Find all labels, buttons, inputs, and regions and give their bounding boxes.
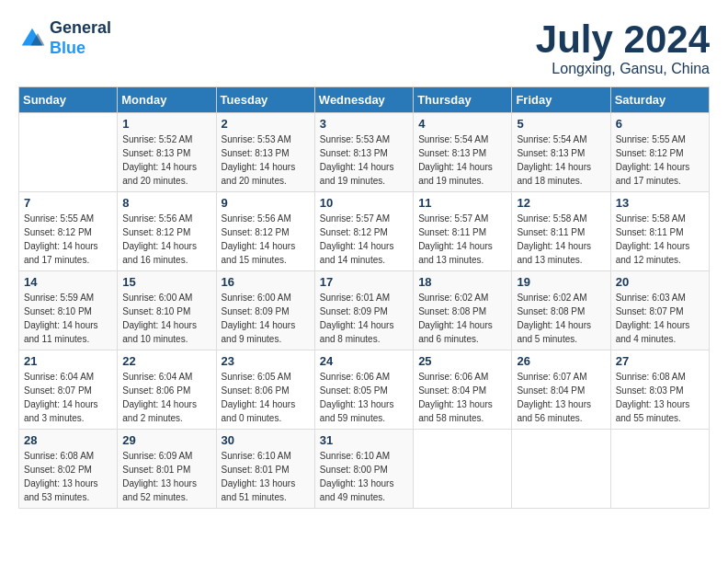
column-header-saturday: Saturday xyxy=(610,87,709,113)
logo: General Blue xyxy=(18,18,111,58)
calendar-cell: 29Sunrise: 6:09 AM Sunset: 8:01 PM Dayli… xyxy=(118,430,216,509)
calendar-cell: 7Sunrise: 5:55 AM Sunset: 8:12 PM Daylig… xyxy=(19,192,118,271)
day-number: 10 xyxy=(320,196,408,210)
day-number: 29 xyxy=(122,433,210,447)
day-number: 5 xyxy=(517,117,605,131)
logo-text: General Blue xyxy=(50,18,111,58)
calendar-week-1: 1Sunrise: 5:52 AM Sunset: 8:13 PM Daylig… xyxy=(19,113,710,192)
day-number: 26 xyxy=(517,354,605,368)
day-info: Sunrise: 6:08 AM Sunset: 8:02 PM Dayligh… xyxy=(24,449,112,504)
calendar-cell: 2Sunrise: 5:53 AM Sunset: 8:13 PM Daylig… xyxy=(216,113,314,192)
day-info: Sunrise: 6:10 AM Sunset: 8:00 PM Dayligh… xyxy=(320,449,408,504)
day-number: 15 xyxy=(122,275,210,289)
calendar-body: 1Sunrise: 5:52 AM Sunset: 8:13 PM Daylig… xyxy=(19,113,710,509)
column-header-friday: Friday xyxy=(512,87,610,113)
day-number: 3 xyxy=(320,117,408,131)
day-number: 9 xyxy=(222,196,310,210)
calendar-cell xyxy=(19,113,118,192)
calendar-week-5: 28Sunrise: 6:08 AM Sunset: 8:02 PM Dayli… xyxy=(19,430,710,509)
day-info: Sunrise: 5:58 AM Sunset: 8:11 PM Dayligh… xyxy=(517,212,605,267)
day-info: Sunrise: 5:52 AM Sunset: 8:13 PM Dayligh… xyxy=(122,132,210,188)
day-info: Sunrise: 6:05 AM Sunset: 8:06 PM Dayligh… xyxy=(222,370,310,425)
day-number: 8 xyxy=(122,196,210,210)
calendar-cell: 15Sunrise: 6:00 AM Sunset: 8:10 PM Dayli… xyxy=(118,271,216,350)
calendar-cell: 20Sunrise: 6:03 AM Sunset: 8:07 PM Dayli… xyxy=(610,271,709,350)
column-header-monday: Monday xyxy=(118,87,216,113)
day-info: Sunrise: 6:01 AM Sunset: 8:09 PM Dayligh… xyxy=(320,291,408,346)
day-number: 1 xyxy=(122,117,210,131)
calendar-cell: 31Sunrise: 6:10 AM Sunset: 8:00 PM Dayli… xyxy=(314,430,413,509)
day-info: Sunrise: 6:08 AM Sunset: 8:03 PM Dayligh… xyxy=(616,370,704,425)
day-number: 21 xyxy=(24,354,112,368)
day-info: Sunrise: 5:59 AM Sunset: 8:10 PM Dayligh… xyxy=(24,291,112,346)
calendar-cell: 25Sunrise: 6:06 AM Sunset: 8:04 PM Dayli… xyxy=(414,350,512,430)
title-block: July 2024 Longxing, Gansu, China xyxy=(536,18,710,77)
calendar-cell: 10Sunrise: 5:57 AM Sunset: 8:12 PM Dayli… xyxy=(314,192,413,271)
calendar-cell: 13Sunrise: 5:58 AM Sunset: 8:11 PM Dayli… xyxy=(610,192,709,271)
day-info: Sunrise: 5:55 AM Sunset: 8:12 PM Dayligh… xyxy=(24,212,112,267)
calendar-cell: 1Sunrise: 5:52 AM Sunset: 8:13 PM Daylig… xyxy=(118,113,216,192)
calendar-cell: 27Sunrise: 6:08 AM Sunset: 8:03 PM Dayli… xyxy=(610,350,709,430)
day-info: Sunrise: 6:04 AM Sunset: 8:07 PM Dayligh… xyxy=(24,370,112,425)
day-number: 20 xyxy=(616,275,704,289)
day-number: 18 xyxy=(418,275,506,289)
calendar-cell: 23Sunrise: 6:05 AM Sunset: 8:06 PM Dayli… xyxy=(216,350,314,430)
day-info: Sunrise: 5:55 AM Sunset: 8:12 PM Dayligh… xyxy=(616,132,704,188)
day-number: 30 xyxy=(222,433,310,447)
day-info: Sunrise: 5:54 AM Sunset: 8:13 PM Dayligh… xyxy=(418,132,506,188)
day-info: Sunrise: 6:00 AM Sunset: 8:09 PM Dayligh… xyxy=(222,291,310,346)
day-number: 25 xyxy=(418,354,506,368)
calendar-week-3: 14Sunrise: 5:59 AM Sunset: 8:10 PM Dayli… xyxy=(19,271,710,350)
day-number: 4 xyxy=(418,117,506,131)
location: Longxing, Gansu, China xyxy=(536,61,710,77)
day-info: Sunrise: 6:07 AM Sunset: 8:04 PM Dayligh… xyxy=(517,370,605,425)
day-info: Sunrise: 5:57 AM Sunset: 8:12 PM Dayligh… xyxy=(320,212,408,267)
day-number: 28 xyxy=(24,433,112,447)
day-info: Sunrise: 5:57 AM Sunset: 8:11 PM Dayligh… xyxy=(418,212,506,267)
calendar-cell: 3Sunrise: 5:53 AM Sunset: 8:13 PM Daylig… xyxy=(314,113,413,192)
day-info: Sunrise: 5:54 AM Sunset: 8:13 PM Dayligh… xyxy=(517,132,605,188)
day-info: Sunrise: 6:10 AM Sunset: 8:01 PM Dayligh… xyxy=(222,449,310,504)
day-info: Sunrise: 6:02 AM Sunset: 8:08 PM Dayligh… xyxy=(517,291,605,346)
day-info: Sunrise: 5:53 AM Sunset: 8:13 PM Dayligh… xyxy=(222,132,310,188)
day-number: 2 xyxy=(222,117,310,131)
column-header-thursday: Thursday xyxy=(414,87,512,113)
calendar-cell: 16Sunrise: 6:00 AM Sunset: 8:09 PM Dayli… xyxy=(216,271,314,350)
calendar-cell: 24Sunrise: 6:06 AM Sunset: 8:05 PM Dayli… xyxy=(314,350,413,430)
calendar-cell: 9Sunrise: 5:56 AM Sunset: 8:12 PM Daylig… xyxy=(216,192,314,271)
day-number: 6 xyxy=(616,117,704,131)
calendar-cell: 12Sunrise: 5:58 AM Sunset: 8:11 PM Dayli… xyxy=(512,192,610,271)
calendar-cell: 8Sunrise: 5:56 AM Sunset: 8:12 PM Daylig… xyxy=(118,192,216,271)
day-number: 14 xyxy=(24,275,112,289)
day-info: Sunrise: 5:58 AM Sunset: 8:11 PM Dayligh… xyxy=(616,212,704,267)
day-number: 12 xyxy=(517,196,605,210)
day-info: Sunrise: 6:02 AM Sunset: 8:08 PM Dayligh… xyxy=(418,291,506,346)
calendar-cell xyxy=(610,430,709,509)
calendar-cell: 17Sunrise: 6:01 AM Sunset: 8:09 PM Dayli… xyxy=(314,271,413,350)
day-number: 19 xyxy=(517,275,605,289)
calendar-cell: 21Sunrise: 6:04 AM Sunset: 8:07 PM Dayli… xyxy=(19,350,118,430)
day-info: Sunrise: 6:04 AM Sunset: 8:06 PM Dayligh… xyxy=(122,370,210,425)
month-title: July 2024 xyxy=(536,18,710,61)
calendar-cell xyxy=(512,430,610,509)
day-number: 16 xyxy=(222,275,310,289)
calendar-cell: 4Sunrise: 5:54 AM Sunset: 8:13 PM Daylig… xyxy=(414,113,512,192)
column-header-tuesday: Tuesday xyxy=(216,87,314,113)
day-number: 24 xyxy=(320,354,408,368)
calendar-cell: 14Sunrise: 5:59 AM Sunset: 8:10 PM Dayli… xyxy=(19,271,118,350)
page-header: General Blue July 2024 Longxing, Gansu, … xyxy=(18,18,710,77)
calendar-header-row: SundayMondayTuesdayWednesdayThursdayFrid… xyxy=(19,87,710,113)
calendar-week-4: 21Sunrise: 6:04 AM Sunset: 8:07 PM Dayli… xyxy=(19,350,710,430)
column-header-sunday: Sunday xyxy=(19,87,118,113)
day-info: Sunrise: 5:56 AM Sunset: 8:12 PM Dayligh… xyxy=(222,212,310,267)
calendar-cell: 6Sunrise: 5:55 AM Sunset: 8:12 PM Daylig… xyxy=(610,113,709,192)
calendar-cell: 19Sunrise: 6:02 AM Sunset: 8:08 PM Dayli… xyxy=(512,271,610,350)
day-number: 22 xyxy=(122,354,210,368)
logo-icon xyxy=(18,25,46,52)
calendar-cell xyxy=(414,430,512,509)
day-info: Sunrise: 5:56 AM Sunset: 8:12 PM Dayligh… xyxy=(122,212,210,267)
calendar-cell: 28Sunrise: 6:08 AM Sunset: 8:02 PM Dayli… xyxy=(19,430,118,509)
column-header-wednesday: Wednesday xyxy=(314,87,413,113)
calendar-cell: 22Sunrise: 6:04 AM Sunset: 8:06 PM Dayli… xyxy=(118,350,216,430)
day-info: Sunrise: 6:03 AM Sunset: 8:07 PM Dayligh… xyxy=(616,291,704,346)
